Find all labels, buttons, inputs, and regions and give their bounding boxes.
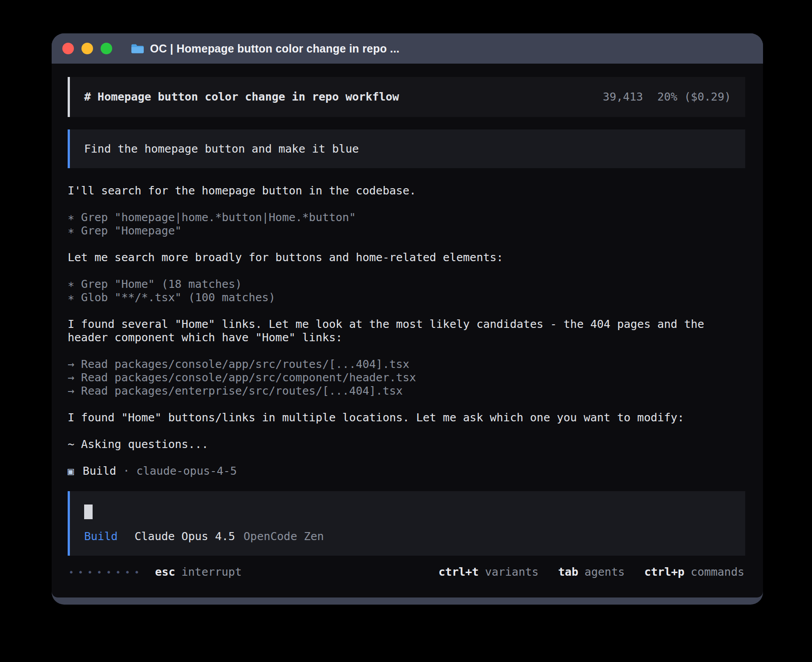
zoom-button[interactable] — [101, 43, 112, 54]
shortcut-variants[interactable]: ctrl+t variants — [438, 565, 539, 579]
status-bar: •••••••• esc interrupt ctrl+t variants t… — [68, 565, 745, 579]
window-title: OC | Homepage button color change in rep… — [150, 42, 399, 55]
tool-call-read: → Read packages/console/app/src/componen… — [68, 371, 745, 384]
tool-call-glob: ∗ Glob "**/*.tsx" (100 matches) — [68, 291, 745, 304]
status-bar-left: •••••••• esc interrupt — [69, 565, 242, 579]
status-bar-right: ctrl+t variants tab agents ctrl+p comman… — [438, 565, 744, 579]
text-cursor — [84, 505, 93, 519]
prompt-input[interactable]: Build Claude Opus 4.5 OpenCode Zen — [68, 491, 745, 556]
shortcut-commands[interactable]: ctrl+p commands — [644, 565, 744, 579]
transcript: I'll search for the homepage button in t… — [68, 184, 745, 478]
tool-call-read: → Read packages/enterprise/src/routes/[.… — [68, 384, 745, 398]
session-stats: 39,413 20% ($0.29) — [603, 90, 731, 104]
user-message: Find the homepage button and make it blu… — [68, 129, 745, 168]
minimize-button[interactable] — [81, 43, 93, 54]
terminal-content: # Homepage button color change in repo w… — [52, 64, 763, 597]
shortcut-label: variants — [485, 565, 538, 579]
close-button[interactable] — [62, 43, 74, 54]
esc-key[interactable]: esc — [155, 565, 175, 579]
session-title: # Homepage button color change in repo w… — [84, 90, 399, 104]
esc-label: interrupt — [181, 565, 241, 579]
shortcut-key[interactable]: tab — [558, 565, 578, 579]
assistant-text: I'll search for the homepage button in t… — [68, 184, 745, 198]
tool-call-grep: ∗ Grep "homepage|home.*button|Home.*butt… — [68, 211, 745, 224]
shortcut-agents[interactable]: tab agents — [558, 565, 625, 579]
agent-mode-label[interactable]: Build — [84, 530, 118, 543]
user-message-text: Find the homepage button and make it blu… — [84, 142, 359, 156]
tool-call-read: → Read packages/console/app/src/routes/[… — [68, 358, 745, 371]
assistant-text: I found "Home" buttons/links in multiple… — [68, 411, 745, 424]
input-meta: Build Claude Opus 4.5 OpenCode Zen — [84, 530, 731, 543]
input-line[interactable] — [84, 505, 731, 519]
agent-separator: · — [123, 464, 130, 478]
session-header: # Homepage button color change in repo w… — [68, 77, 745, 117]
terminal-window: OC | Homepage button color change in rep… — [52, 33, 763, 605]
titlebar[interactable]: OC | Homepage button color change in rep… — [52, 33, 763, 64]
provider-label: OpenCode Zen — [244, 530, 324, 543]
spinner-dots: •••••••• — [69, 565, 143, 579]
asking-questions-status: ~ Asking questions... — [68, 438, 745, 451]
agent-name: Build — [83, 464, 116, 478]
shortcut-key[interactable]: ctrl+t — [438, 565, 479, 579]
tool-call-grep: ∗ Grep "Homepage" — [68, 224, 745, 238]
traffic-lights — [62, 43, 112, 54]
context-usage: 20% ($0.29) — [657, 90, 731, 104]
agent-status-row: ▣ Build · claude-opus-4-5 — [68, 464, 745, 478]
shortcut-key[interactable]: ctrl+p — [644, 565, 684, 579]
shortcut-label: agents — [585, 565, 625, 579]
agent-icon: ▣ — [68, 464, 74, 478]
assistant-text: I found several "Home" links. Let me loo… — [68, 318, 727, 344]
assistant-text: Let me search more broadly for buttons a… — [68, 251, 745, 264]
title-area: OC | Homepage button color change in rep… — [131, 42, 399, 55]
tool-call-grep: ∗ Grep "Home" (18 matches) — [68, 278, 745, 291]
model-label[interactable]: Claude Opus 4.5 — [134, 530, 235, 543]
shortcut-label: commands — [691, 565, 744, 579]
token-count: 39,413 — [603, 90, 643, 104]
agent-model: claude-opus-4-5 — [136, 464, 237, 478]
folder-icon — [131, 43, 144, 54]
